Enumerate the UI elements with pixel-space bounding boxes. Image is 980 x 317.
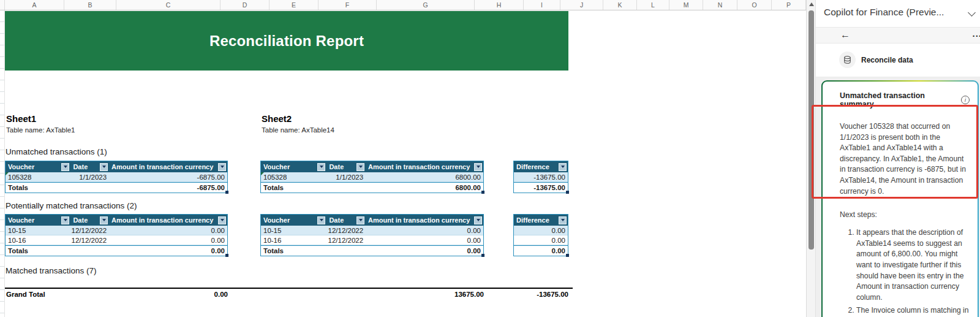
summary-card: Unmatched transaction summary i Voucher … bbox=[823, 82, 978, 317]
database-icon bbox=[839, 52, 856, 68]
vertical-scrollbar[interactable] bbox=[806, 0, 815, 317]
totals-row[interactable]: Totals 0.00 bbox=[261, 245, 483, 256]
amount-column-header[interactable]: Amount in transaction currency bbox=[366, 161, 483, 172]
difference-column-header[interactable]: Difference bbox=[514, 215, 568, 226]
difference-column-header[interactable]: Difference bbox=[514, 161, 568, 172]
copilot-panel: Copilot for Finance (Previe... ← ... Rec… bbox=[815, 0, 980, 317]
date-column-header[interactable]: Date bbox=[70, 161, 109, 172]
filter-dropdown-icon[interactable] bbox=[317, 163, 325, 171]
filter-dropdown-icon[interactable] bbox=[100, 216, 108, 224]
potential-heading: Potentially matched transactions (2) bbox=[6, 201, 137, 210]
table-resize-handle[interactable] bbox=[566, 254, 569, 257]
column-header-h[interactable]: H bbox=[475, 0, 524, 10]
table-row[interactable]: 10-15 12/12/2022 0.00 bbox=[6, 226, 227, 235]
totals-row[interactable]: 0.00 bbox=[514, 245, 568, 256]
table-row[interactable]: 0.00 bbox=[514, 235, 568, 245]
filter-dropdown-icon[interactable] bbox=[559, 216, 567, 224]
table-row[interactable]: 10-15 12/12/2022 0.00 bbox=[261, 226, 483, 235]
column-header-k[interactable]: K bbox=[603, 0, 637, 10]
filter-dropdown-icon[interactable] bbox=[559, 163, 567, 171]
sheet1-table-name: Table name: AxTable1 bbox=[6, 126, 75, 134]
filter-dropdown-icon[interactable] bbox=[100, 163, 108, 171]
column-header-o[interactable]: O bbox=[737, 0, 772, 10]
date-column-header[interactable]: Date bbox=[326, 161, 366, 172]
column-header-m[interactable]: M bbox=[669, 0, 703, 10]
table-row[interactable]: 105328 1/1/2023 -6875.00 bbox=[6, 172, 227, 182]
column-header-j[interactable]: J bbox=[560, 0, 603, 10]
sheet1-potential-table: Voucher Date Amount in transaction curre… bbox=[5, 214, 228, 256]
unmatched-heading: Unmatched transactions (1) bbox=[6, 147, 107, 156]
totals-row[interactable]: Totals -6875.00 bbox=[6, 182, 227, 193]
scrollbar-thumb[interactable] bbox=[809, 10, 814, 250]
date-column-header[interactable]: Date bbox=[326, 215, 366, 226]
column-header-e[interactable]: E bbox=[270, 0, 318, 10]
next-step-item: The Invoice column is matching in both t… bbox=[856, 305, 970, 317]
date-column-header[interactable]: Date bbox=[70, 215, 109, 226]
more-options-icon[interactable]: ... bbox=[972, 28, 980, 39]
summary-card-border: Unmatched transaction summary i Voucher … bbox=[821, 80, 979, 317]
table-resize-handle[interactable] bbox=[225, 191, 228, 194]
amount-column-header[interactable]: Amount in transaction currency bbox=[366, 215, 483, 226]
reconcile-data-step[interactable]: Reconcile data ✓ ✓ bbox=[816, 44, 980, 77]
filter-dropdown-icon[interactable] bbox=[356, 216, 364, 224]
filter-dropdown-icon[interactable] bbox=[317, 216, 325, 224]
amount-column-header[interactable]: Amount in transaction currency bbox=[109, 215, 227, 226]
amount-column-header[interactable]: Amount in transaction currency bbox=[109, 161, 227, 172]
column-header-c[interactable]: C bbox=[116, 0, 221, 10]
column-header-row: A B C D E F G H I J K L M N O P bbox=[0, 0, 806, 10]
totals-row[interactable]: -13675.00 bbox=[514, 182, 568, 193]
column-header-b[interactable]: B bbox=[64, 0, 116, 10]
sheet2-unmatched-table: Voucher Date Amount in transaction curre… bbox=[260, 161, 484, 193]
filter-dropdown-icon[interactable] bbox=[218, 216, 226, 224]
card-title: Unmatched transaction summary bbox=[840, 91, 957, 109]
grand-total-difference: -13675.00 bbox=[537, 291, 568, 298]
sheet2-potential-table: Voucher Date Amount in transaction curre… bbox=[260, 214, 484, 256]
filter-dropdown-icon[interactable] bbox=[61, 163, 69, 171]
totals-row[interactable]: Totals 0.00 bbox=[6, 245, 227, 256]
filter-dropdown-icon[interactable] bbox=[61, 216, 69, 224]
report-banner: Reconciliation Report bbox=[5, 11, 568, 71]
column-header-d[interactable]: D bbox=[221, 0, 270, 10]
chevron-down-icon[interactable] bbox=[968, 9, 976, 17]
voucher-column-header[interactable]: Voucher bbox=[6, 215, 70, 226]
info-icon[interactable]: i bbox=[961, 96, 970, 104]
column-header-n[interactable]: N bbox=[703, 0, 737, 10]
next-step-item: It appears that the description of AxTab… bbox=[856, 227, 970, 303]
voucher-column-header[interactable]: Voucher bbox=[6, 161, 70, 172]
sheet1-unmatched-table: Voucher Date Amount in transaction curre… bbox=[5, 161, 228, 193]
column-header-i[interactable]: I bbox=[524, 0, 560, 10]
filter-dropdown-icon[interactable] bbox=[218, 163, 226, 171]
table-row[interactable]: 0.00 bbox=[514, 226, 568, 235]
column-header-p[interactable]: P bbox=[772, 0, 806, 10]
sheet2-title: Sheet2 bbox=[262, 113, 292, 124]
voucher-column-header[interactable]: Voucher bbox=[261, 161, 326, 172]
summary-text: Voucher 105328 that occurred on 1/1/2023… bbox=[840, 121, 970, 197]
table-row[interactable]: 105328 1/1/2023 6800.00 bbox=[261, 172, 483, 182]
table-resize-handle[interactable] bbox=[481, 254, 484, 257]
app-window: A B C D E F G H I J K L M N O P Reconcil… bbox=[0, 0, 980, 317]
table-row[interactable]: 10-16 12/12/2022 0.00 bbox=[6, 235, 227, 245]
filter-dropdown-icon[interactable] bbox=[474, 216, 482, 224]
next-steps-label: Next steps: bbox=[840, 210, 970, 219]
table-row[interactable]: 10-16 12/12/2022 0.00 bbox=[261, 235, 483, 245]
next-steps-list: It appears that the description of AxTab… bbox=[840, 227, 970, 317]
column-header-f[interactable]: F bbox=[318, 0, 377, 10]
back-arrow-icon[interactable]: ← bbox=[840, 29, 850, 40]
column-header-a[interactable]: A bbox=[5, 0, 64, 10]
sheet1-title: Sheet1 bbox=[6, 113, 36, 124]
panel-toolbar: ← ... bbox=[816, 27, 980, 44]
table-resize-handle[interactable] bbox=[481, 191, 484, 194]
voucher-column-header[interactable]: Voucher bbox=[261, 215, 326, 226]
totals-row[interactable]: Totals 6800.00 bbox=[261, 182, 483, 193]
column-header-l[interactable]: L bbox=[637, 0, 669, 10]
table-resize-handle[interactable] bbox=[566, 191, 569, 194]
filter-dropdown-icon[interactable] bbox=[356, 163, 364, 171]
filter-dropdown-icon[interactable] bbox=[474, 163, 482, 171]
scroll-up-icon[interactable] bbox=[809, 2, 814, 6]
table-row[interactable]: -13675.00 bbox=[514, 172, 568, 182]
potential-difference-table: Difference 0.00 0.00 0.00 bbox=[513, 214, 568, 256]
column-header-g[interactable]: G bbox=[377, 0, 475, 10]
matched-heading: Matched transactions (7) bbox=[6, 266, 97, 275]
sheet2-table-name: Table name: AxTable14 bbox=[262, 126, 334, 134]
table-resize-handle[interactable] bbox=[225, 254, 228, 257]
